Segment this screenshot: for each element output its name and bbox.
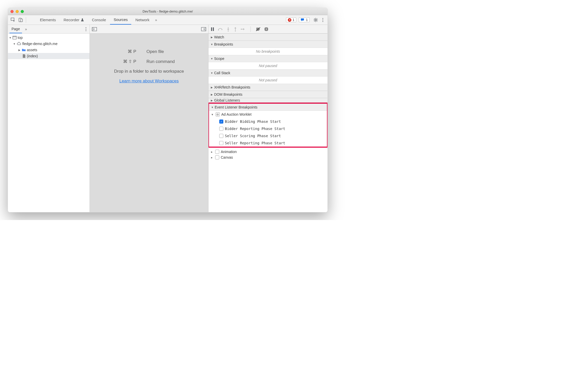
debugger-sections: ▶Watch ▼Breakpoints No breakpoints ▼Scop…: [208, 34, 327, 212]
highlighted-region: ▼Event Listener Breakpoints ▼ ⊟ Ad Aucti…: [208, 103, 327, 148]
dom-label: DOM Breakpoints: [214, 92, 242, 96]
callstack-empty: Not paused: [208, 77, 327, 84]
checkbox-unchecked[interactable]: [219, 141, 223, 145]
device-mode-icon[interactable]: [18, 17, 23, 23]
error-count-badge[interactable]: ✕ 1: [286, 17, 296, 22]
callstack-section[interactable]: ▼Call Stack: [208, 69, 327, 77]
checkbox-unchecked[interactable]: [219, 134, 223, 138]
debugger-toolbar: [208, 25, 327, 34]
breakpoints-empty: No breakpoints: [208, 48, 327, 55]
tree-origin[interactable]: ▼ fledge-demo.glitch.me: [8, 41, 90, 47]
drop-folder-hint: Drop in a folder to add to workspace: [114, 69, 184, 74]
svg-point-32: [241, 29, 242, 30]
chevron-right-icon: ▶: [211, 150, 214, 153]
more-navigator-tabs-icon[interactable]: »: [24, 27, 29, 31]
tab-elements[interactable]: Elements: [36, 15, 60, 25]
svg-line-9: [317, 21, 317, 21]
step-into-icon[interactable]: [226, 27, 230, 31]
deactivate-breakpoints-icon[interactable]: [256, 27, 260, 31]
event-seller-scoring-start[interactable]: Seller Scoring Phase Start: [219, 132, 327, 139]
message-count-badge[interactable]: 1: [299, 17, 310, 22]
svg-point-17: [86, 30, 86, 31]
page-tab[interactable]: Page: [9, 25, 22, 33]
tree-folder-assets[interactable]: ▶ assets: [8, 47, 90, 53]
kebab-menu-icon[interactable]: [321, 17, 325, 23]
run-command-shortcut: ⌘ ⇧ P: [101, 59, 136, 64]
main-toolbar: Elements Recorder Console Sources Networ…: [8, 15, 327, 25]
checkbox-checked[interactable]: ✓: [219, 119, 223, 124]
tree-file-index[interactable]: (index): [8, 53, 90, 59]
dom-breakpoints-section[interactable]: ▶DOM Breakpoints: [208, 91, 327, 98]
editor-pane: ⌘ P Open file ⌘ ⇧ P Run command Drop in …: [90, 25, 208, 212]
event-label: Bidder Bidding Phase Start: [225, 119, 281, 124]
checkbox-unchecked[interactable]: [215, 150, 219, 154]
open-file-shortcut: ⌘ P: [101, 49, 136, 54]
watch-section[interactable]: ▶Watch: [208, 34, 327, 41]
pause-icon[interactable]: [211, 27, 214, 31]
svg-line-10: [314, 21, 315, 21]
chevron-down-icon: ▼: [211, 43, 213, 46]
callstack-label: Call Stack: [214, 71, 230, 75]
tab-sources[interactable]: Sources: [110, 15, 131, 25]
tab-console[interactable]: Console: [88, 15, 109, 25]
xhr-breakpoints-section[interactable]: ▶XHR/fetch Breakpoints: [208, 84, 327, 91]
navigator-more-icon[interactable]: [84, 27, 88, 32]
chevron-right-icon: ▶: [211, 99, 213, 102]
svg-rect-24: [211, 27, 212, 31]
more-tabs-icon[interactable]: »: [153, 18, 159, 22]
scope-label: Scope: [214, 57, 224, 61]
separator: [250, 26, 251, 32]
global-label: Global Listeners: [214, 98, 240, 102]
event-seller-reporting-start[interactable]: Seller Reporting Phase Start: [219, 139, 327, 147]
checkbox-unchecked[interactable]: [215, 155, 219, 159]
tree-top-label: top: [18, 36, 23, 40]
event-label: Seller Scoring Phase Start: [225, 134, 281, 138]
event-listener-breakpoints-section[interactable]: ▼Event Listener Breakpoints: [209, 104, 327, 111]
editor-placeholder: ⌘ P Open file ⌘ ⇧ P Run command Drop in …: [90, 34, 208, 212]
show-navigator-icon[interactable]: [92, 27, 97, 31]
svg-rect-34: [266, 28, 267, 30]
window-titlebar: DevTools - fledge-demo.glitch.me/: [8, 8, 327, 15]
show-debugger-icon[interactable]: [201, 27, 206, 31]
settings-icon[interactable]: [313, 17, 318, 23]
step-icon[interactable]: [241, 27, 245, 31]
tree-origin-label: fledge-demo.glitch.me: [22, 42, 58, 46]
file-tree: ▼ top ▼ fledge-demo.glitch.me ▶ assets (…: [8, 34, 90, 212]
step-over-icon[interactable]: [218, 27, 223, 31]
window-title: DevTools - fledge-demo.glitch.me/: [8, 9, 327, 13]
chevron-right-icon: ▶: [211, 36, 213, 39]
chevron-down-icon: ▼: [212, 113, 214, 116]
tree-top-frame[interactable]: ▼ top: [8, 35, 90, 41]
ad-auction-worklet-header[interactable]: ▼ ⊟ Ad Auction Worklet: [212, 111, 327, 118]
inspect-element-icon[interactable]: [10, 17, 16, 23]
group-checkbox-indeterminate[interactable]: ⊟: [216, 112, 220, 116]
xhr-label: XHR/fetch Breakpoints: [214, 85, 250, 89]
svg-point-15: [86, 27, 86, 28]
tab-network[interactable]: Network: [132, 15, 153, 25]
step-out-icon[interactable]: [234, 27, 237, 31]
tab-recorder[interactable]: Recorder: [60, 15, 88, 25]
chevron-down-icon: ▼: [211, 57, 213, 60]
breakpoints-section[interactable]: ▼Breakpoints: [208, 41, 327, 48]
scope-section[interactable]: ▼Scope: [208, 55, 327, 62]
svg-rect-0: [11, 18, 14, 20]
svg-point-30: [235, 30, 236, 31]
svg-line-11: [317, 18, 317, 19]
svg-rect-25: [213, 27, 214, 31]
event-group-canvas[interactable]: ▶ Canvas: [211, 155, 327, 159]
learn-workspaces-link[interactable]: Learn more about Workspaces: [119, 79, 179, 84]
event-group-animation[interactable]: ▶ Animation: [211, 148, 327, 155]
event-bidder-reporting-start[interactable]: Bidder Reporting Phase Start: [219, 125, 327, 132]
flask-icon: [81, 18, 84, 22]
checkbox-unchecked[interactable]: [219, 127, 223, 131]
event-bidder-bidding-start[interactable]: ✓ Bidder Bidding Phase Start: [219, 118, 327, 125]
pause-on-exceptions-icon[interactable]: [264, 27, 269, 31]
event-label: Bidder Reporting Phase Start: [225, 127, 285, 131]
cloud-icon: [17, 42, 21, 46]
global-listeners-section[interactable]: ▶Global Listeners: [208, 98, 327, 103]
svg-point-13: [322, 19, 323, 20]
message-icon: [301, 18, 305, 22]
separator: [26, 17, 26, 23]
panel-body: Page » ▼ top ▼ fledge-demo.glitch.me: [8, 25, 327, 212]
chevron-down-icon: ▼: [9, 36, 12, 39]
